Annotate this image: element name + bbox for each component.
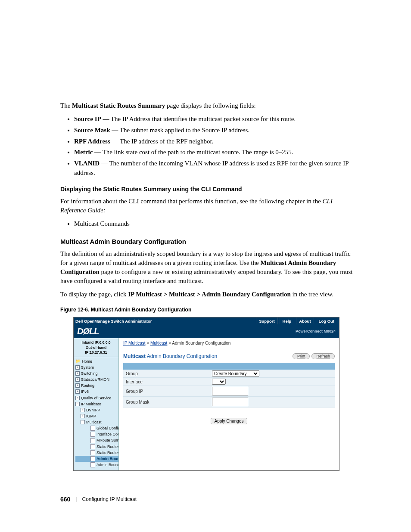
page-number: 660 (60, 496, 70, 503)
screenshot-frame: Dell OpenManage Switch Administrator Sup… (73, 317, 339, 471)
tree-dvmrp[interactable]: +DVMRP (75, 407, 118, 413)
expand-icon[interactable]: + (75, 365, 80, 370)
section-p1: The definition of an administratively sc… (60, 249, 359, 286)
interface-select[interactable] (212, 379, 226, 385)
intro-line: The Multicast Static Routes Summary page… (60, 101, 359, 110)
config-form: Group Create Boundary Interface Group IP… (123, 370, 335, 408)
tree-multicast[interactable]: −Multicast (75, 419, 118, 425)
list-item: Multicast Commands (74, 219, 359, 229)
expand-icon[interactable]: + (81, 414, 85, 418)
chapter-title: Configuring IP Multicast (82, 496, 137, 502)
main-panel: IP Multicast > Multicast > Admin Boundar… (119, 338, 339, 470)
doc-icon (90, 462, 95, 467)
label-group-mask: Group Mask (123, 397, 209, 408)
group-select[interactable]: Create Boundary (212, 370, 259, 376)
folder-icon: 📁 (75, 359, 81, 363)
about-link[interactable]: About (296, 317, 314, 324)
doc-icon (90, 450, 95, 455)
apply-changes-button[interactable]: Apply Changes (211, 418, 248, 424)
tree-stats[interactable]: +Statistics/RMON (75, 376, 118, 383)
expand-icon[interactable]: + (75, 396, 80, 400)
expand-icon[interactable]: + (75, 377, 80, 382)
page-footer: 660 | Configuring IP Multicast (60, 496, 359, 503)
tree-leaf[interactable]: MRoute Summary (75, 437, 118, 443)
tree-leaf[interactable]: Static Routes Configu (75, 444, 118, 450)
expand-icon[interactable]: + (75, 371, 80, 376)
model-label: PowerConnect M8024 (296, 329, 336, 333)
panel-title: Multicast Admin Boundary Configuration (123, 353, 217, 359)
group-mask-input[interactable] (212, 398, 248, 406)
refresh-button[interactable]: Refresh (311, 353, 335, 359)
tree-leaf[interactable]: Global Configuration (75, 425, 118, 431)
collapse-icon[interactable]: − (75, 402, 80, 406)
collapse-icon[interactable]: − (81, 420, 85, 424)
fields-list: Source IP — The IP Address that identifi… (60, 115, 359, 178)
tree-ipmc[interactable]: −IP Multicast (75, 401, 118, 407)
group-ip-input[interactable] (212, 387, 248, 395)
tree-routing[interactable]: +Routing (75, 383, 118, 389)
tree-leaf[interactable]: Static Routes Summa (75, 450, 118, 456)
figure-caption: Figure 12-6. Multicast Admin Boundary Co… (60, 307, 359, 313)
doc-icon (90, 432, 95, 437)
logout-link[interactable]: Log Out (316, 317, 337, 324)
dell-logo: DØLL (77, 327, 99, 336)
breadcrumb: IP Multicast > Multicast > Admin Boundar… (123, 341, 335, 345)
header-bar: DØLL PowerConnect M8024 (74, 324, 339, 338)
section-p2: To display the page, click IP Multicast … (60, 290, 359, 299)
support-link[interactable]: Support (256, 317, 277, 324)
list-item: RPF Address — The IP address of the RPF … (74, 137, 359, 146)
list-item: VLANID — The number of the incoming VLAN… (74, 159, 359, 178)
tree-ipv6[interactable]: +IPv6 (75, 389, 118, 395)
crumb-link[interactable]: IP Multicast (123, 341, 146, 345)
expand-icon[interactable]: + (75, 383, 80, 388)
doc-icon (90, 444, 95, 449)
app-title: Dell OpenManage Switch Administrator (75, 319, 254, 324)
list-item: Source Mask — The subnet mask applied to… (74, 126, 359, 135)
list-item: Source IP — The IP Address that identifi… (74, 115, 359, 124)
tree-system[interactable]: +System (75, 364, 118, 370)
tree-qos[interactable]: +Quality of Service (75, 395, 118, 401)
expand-icon[interactable]: + (81, 408, 85, 412)
nav-tree: 📁Home +System +Switching +Statistics/RMO… (74, 357, 118, 468)
inband-ip: Inband IP:0.0.0.0 (75, 340, 118, 345)
section-bar (123, 363, 335, 370)
print-button[interactable]: Print (293, 353, 310, 359)
tree-leaf[interactable]: Interface Configuration (75, 431, 118, 437)
ip-box: Inband IP:0.0.0.0 Out-of-band IP:10.27.6… (74, 339, 118, 357)
cli-bullets: Multicast Commands (60, 219, 359, 229)
tree-switching[interactable]: +Switching (75, 370, 118, 376)
oob-ip: Out-of-band IP:10.27.6.31 (75, 345, 118, 355)
doc-icon (90, 456, 95, 461)
crumb-current: Admin Boundary Configuration (172, 341, 230, 345)
tree-home[interactable]: 📁Home (75, 358, 118, 364)
label-interface: Interface (123, 378, 209, 386)
list-item: Metric — The link state cost of the path… (74, 148, 359, 157)
crumb-link[interactable]: Multicast (150, 341, 167, 345)
tree-leaf[interactable]: Admin Boundary Sum (75, 462, 118, 468)
cli-text: For information about the CLI command th… (60, 197, 359, 215)
sidebar: Inband IP:0.0.0.0 Out-of-band IP:10.27.6… (74, 338, 119, 470)
cli-heading: Displaying the Static Routes Summary usi… (60, 186, 359, 193)
window-titlebar: Dell OpenManage Switch Administrator Sup… (74, 317, 339, 324)
section-heading: Multicast Admin Boundary Configuration (60, 238, 359, 245)
help-link[interactable]: Help (280, 317, 295, 324)
label-group: Group (123, 370, 209, 378)
expand-icon[interactable]: + (75, 389, 80, 394)
tree-leaf-selected[interactable]: Admin Boundary Co (75, 456, 118, 462)
label-group-ip: Group IP (123, 386, 209, 397)
doc-icon (90, 438, 95, 443)
tree-igmp[interactable]: +IGMP (75, 413, 118, 419)
doc-icon (90, 426, 95, 431)
